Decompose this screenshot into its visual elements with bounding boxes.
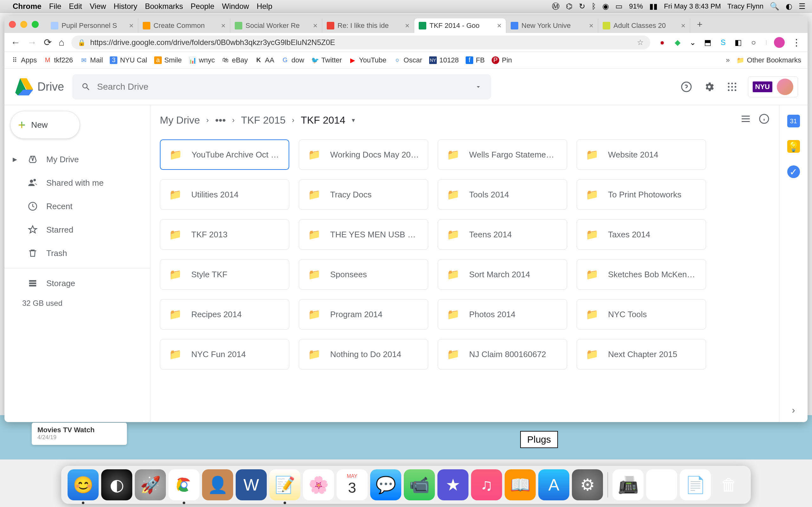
tab-close-icon[interactable]: × (313, 21, 317, 30)
home-button[interactable]: ⌂ (59, 37, 64, 48)
folder-item[interactable]: 📁Program 2014 (299, 299, 428, 330)
bookmark-item[interactable]: 📊wnyc (189, 56, 215, 64)
folder-item[interactable]: 📁To Print Photoworks (577, 179, 706, 210)
tab-close-icon[interactable]: × (589, 21, 594, 30)
bookmark-item[interactable]: Mtkf226 (44, 56, 73, 64)
drive-logo[interactable]: Drive (14, 77, 64, 96)
drive-search[interactable] (72, 74, 491, 100)
document-dock-icon[interactable]: 📄 (680, 469, 711, 500)
folder-item[interactable]: 📁NJ Claim 800160672 (438, 339, 567, 370)
contacts-dock-icon[interactable]: 👤 (202, 469, 233, 500)
calendar-dock-icon[interactable]: MAY3 (337, 469, 368, 500)
window-zoom[interactable] (32, 21, 39, 28)
photos-dock-icon[interactable]: 🌸 (303, 469, 334, 500)
scanner-dock-icon[interactable]: 📠 (612, 469, 644, 500)
sidebar-item-starred[interactable]: Starred (4, 218, 150, 241)
collapse-panel-icon[interactable]: › (787, 404, 800, 416)
folder-item[interactable]: 📁Sort March 2014 (438, 259, 567, 290)
pocket-ext-icon[interactable]: ⌄ (688, 38, 698, 48)
omnibox[interactable]: 🔒 https://drive.google.com/drive/folders… (71, 36, 650, 49)
browser-tab[interactable]: New York Unive× (506, 18, 598, 33)
folder-item[interactable]: 📁Working Docs May 20… (299, 139, 428, 170)
breadcrumb-current[interactable]: TKF 2014 (301, 114, 345, 126)
bookmark-item[interactable]: 🛍eBay (222, 56, 248, 64)
notification-center-icon[interactable]: ☰ (799, 2, 806, 11)
reload-button[interactable]: ⟳ (44, 37, 52, 48)
folder-item[interactable]: 📁Taxes 2014 (577, 219, 706, 250)
other-bookmarks[interactable]: 📁Other Bookmarks (737, 56, 801, 64)
music-dock-icon[interactable]: ♫ (471, 469, 502, 500)
browser-tab[interactable]: Social Worker Re× (230, 18, 322, 33)
desktop-note[interactable]: Movies TV Watch 4/24/19 (32, 423, 127, 445)
bluetooth-icon[interactable]: ᛒ (592, 2, 596, 11)
bookmark-item[interactable]: ✉Mail (80, 56, 103, 64)
account-chip[interactable]: NYU (748, 76, 798, 97)
new-tab-button[interactable]: + (693, 18, 706, 31)
breadcrumb-item[interactable]: TKF 2015 (241, 114, 286, 126)
folder-item[interactable]: 📁YouTube Archive Oct … (160, 139, 289, 170)
profile-avatar[interactable] (774, 37, 785, 48)
folder-item[interactable]: 📁THE YES MEN USB St… (299, 219, 428, 250)
ext-icon[interactable]: ○ (749, 38, 759, 48)
launchpad-dock-icon[interactable]: 🚀 (135, 469, 166, 500)
folder-item[interactable]: 📁Tools 2014 (438, 179, 567, 210)
new-button[interactable]: + New (10, 111, 80, 139)
menu-bookmarks[interactable]: Bookmarks (145, 2, 183, 11)
sidebar-item-recent[interactable]: Recent (4, 194, 150, 218)
folder-item[interactable]: 📁TKF 2013 (160, 219, 289, 250)
bookmark-item[interactable]: aSmile (154, 56, 182, 64)
back-button[interactable]: ← (11, 37, 20, 48)
window-close[interactable] (9, 21, 16, 28)
forward-button[interactable]: → (27, 37, 37, 48)
tab-close-icon[interactable]: × (405, 21, 409, 30)
bookmark-item[interactable]: 3NYU Cal (110, 56, 147, 64)
folder-item[interactable]: 📁Recipes 2014 (160, 299, 289, 330)
folder-item[interactable]: 📁Tracy Docs (299, 179, 428, 210)
wifi-icon[interactable]: ◉ (602, 2, 609, 11)
ebay-ext-icon[interactable]: ◧ (733, 38, 744, 48)
bookmark-item[interactable]: fFB (466, 56, 485, 64)
info-icon[interactable] (759, 113, 769, 127)
folder-item[interactable]: 📁Sponsees (299, 259, 428, 290)
expand-icon[interactable]: ▶ (13, 156, 19, 163)
tab-close-icon[interactable]: × (221, 21, 225, 30)
appstore-dock-icon[interactable]: A (538, 469, 569, 500)
chrome-dock-icon[interactable] (168, 469, 200, 500)
tab-close-icon[interactable]: × (129, 21, 134, 30)
sidebar-item-mydrive[interactable]: ▶ My Drive (4, 148, 150, 171)
ext-icon[interactable]: ⬒ (703, 38, 713, 48)
bookmark-star-icon[interactable]: ☆ (637, 38, 644, 47)
trash-dock-icon[interactable]: 🗑 (713, 469, 745, 500)
folder-item[interactable]: 📁Website 2014 (577, 139, 706, 170)
calendar-addon-icon[interactable]: 31 (787, 115, 800, 127)
bookmark-item[interactable]: KAA (255, 56, 274, 64)
settings-icon[interactable] (702, 80, 716, 94)
browser-tab-active[interactable]: TKF 2014 - Goo× (414, 18, 506, 33)
folder-item[interactable]: 📁Next Chapter 2015 (577, 339, 706, 370)
spotlight-icon[interactable]: 🔍 (770, 2, 779, 11)
app-name[interactable]: Chrome (13, 2, 42, 11)
finder-dock-icon[interactable]: 😊 (67, 469, 99, 500)
settings-dock-icon[interactable]: ⚙ (572, 469, 603, 500)
notes-dock-icon[interactable]: 📝 (269, 469, 300, 500)
browser-tab[interactable]: Pupil Personnel S× (46, 18, 138, 33)
breadcrumb-overflow[interactable]: ••• (215, 114, 226, 126)
pinterest-ext-icon[interactable]: ● (657, 38, 667, 48)
dropdown-icon[interactable]: ▾ (352, 116, 355, 124)
datetime[interactable]: Fri May 3 8:43 PM (664, 2, 721, 10)
support-icon[interactable] (679, 80, 693, 94)
folder-item[interactable]: 📁Utilities 2014 (160, 179, 289, 210)
display-icon[interactable]: ▭ (615, 2, 623, 11)
folder-item[interactable]: 📁Style TKF (160, 259, 289, 290)
bookmark-item[interactable]: PPin (492, 56, 512, 64)
folder-item[interactable]: 📁NYC Tools (577, 299, 706, 330)
list-view-icon[interactable] (740, 113, 751, 127)
chrome-menu-icon[interactable]: ⋮ (792, 37, 801, 48)
browser-tab[interactable]: Adult Classes 20× (598, 18, 690, 33)
ibooks-dock-icon[interactable]: 📖 (505, 469, 536, 500)
folder-item[interactable]: 📁Teens 2014 (438, 219, 567, 250)
folder-item[interactable]: 📁NYC Fun 2014 (160, 339, 289, 370)
bookmark-item[interactable]: NY10128 (429, 56, 459, 64)
apps-grid-icon[interactable] (725, 80, 739, 94)
search-input[interactable] (97, 82, 468, 92)
